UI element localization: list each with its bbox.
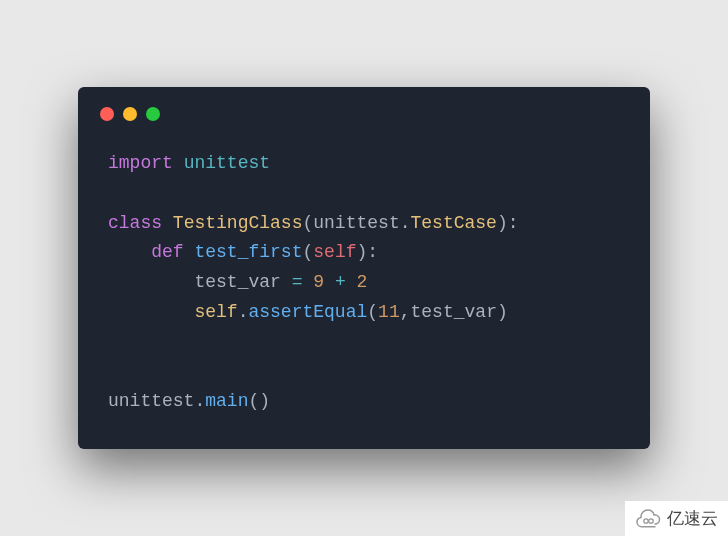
colon: :	[508, 213, 519, 233]
arg-var: test_var	[411, 302, 497, 322]
variable: test_var	[194, 272, 280, 292]
method-name: main	[205, 391, 248, 411]
comma: ,	[400, 302, 411, 322]
close-paren: )	[497, 213, 508, 233]
line-4: def test_first(self):	[108, 242, 378, 262]
watermark: 亿速云	[625, 501, 728, 536]
line-3: class TestingClass(unittest.TestCase):	[108, 213, 519, 233]
minimize-icon[interactable]	[123, 107, 137, 121]
window-titlebar	[78, 87, 650, 131]
close-icon[interactable]	[100, 107, 114, 121]
blank-line	[108, 183, 119, 203]
maximize-icon[interactable]	[146, 107, 160, 121]
blank-line	[108, 361, 119, 381]
base-class: TestCase	[411, 213, 497, 233]
module-name: unittest	[184, 153, 270, 173]
dot: .	[400, 213, 411, 233]
line-1: import unittest	[108, 153, 270, 173]
open-paren: (	[248, 391, 259, 411]
assign-op: =	[292, 272, 303, 292]
blank-line	[108, 332, 119, 352]
open-paren: (	[302, 213, 313, 233]
cloud-icon	[635, 509, 661, 529]
close-paren: )	[357, 242, 368, 262]
function-name: test_first	[194, 242, 302, 262]
watermark-text: 亿速云	[667, 507, 718, 530]
close-paren: )	[497, 302, 508, 322]
line-5: test_var = 9 + 2	[108, 272, 367, 292]
code-area: import unittest class TestingClass(unitt…	[78, 131, 650, 416]
method-name: assertEqual	[248, 302, 367, 322]
svg-point-0	[644, 518, 648, 522]
keyword-import: import	[108, 153, 173, 173]
indent	[108, 272, 194, 292]
class-name: TestingClass	[173, 213, 303, 233]
keyword-class: class	[108, 213, 162, 233]
line-6: self.assertEqual(11,test_var)	[108, 302, 508, 322]
object: unittest	[108, 391, 194, 411]
close-paren: )	[259, 391, 270, 411]
colon: :	[367, 242, 378, 262]
open-paren: (	[367, 302, 378, 322]
param-self: self	[313, 242, 356, 262]
open-paren: (	[302, 242, 313, 262]
number-a: 9	[313, 272, 324, 292]
indent	[108, 302, 194, 322]
code-window: import unittest class TestingClass(unitt…	[78, 87, 650, 448]
dot: .	[194, 391, 205, 411]
base-module: unittest	[313, 213, 399, 233]
arg-num: 11	[378, 302, 400, 322]
self: self	[194, 302, 237, 322]
number-b: 2	[357, 272, 368, 292]
plus-op: +	[335, 272, 346, 292]
keyword-def: def	[151, 242, 183, 262]
indent	[108, 242, 151, 262]
line-9: unittest.main()	[108, 391, 270, 411]
svg-point-1	[649, 518, 653, 522]
dot: .	[238, 302, 249, 322]
